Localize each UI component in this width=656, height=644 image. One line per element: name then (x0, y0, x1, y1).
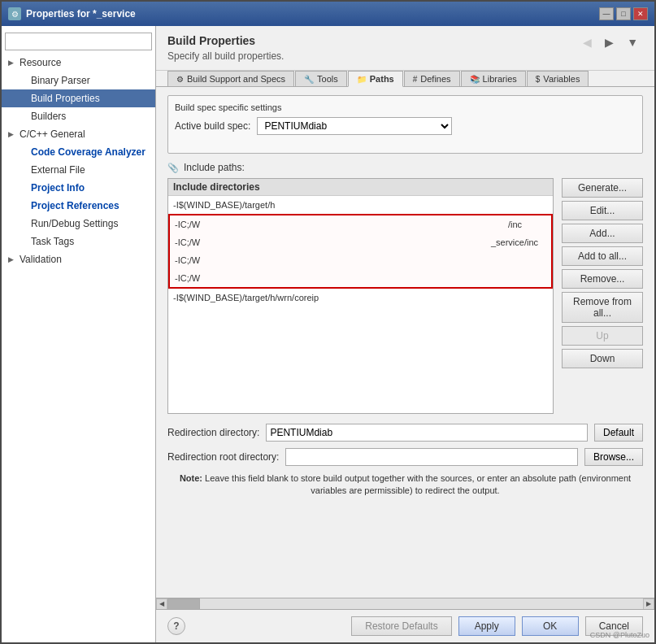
sidebar-item-external-file[interactable]: External File (2, 161, 155, 179)
tab-tools[interactable]: 🔧 Tools (295, 71, 347, 86)
sidebar-item-task-tags[interactable]: Task Tags (2, 233, 155, 250)
sidebar-item-label: Code Coverage Analyzer (31, 145, 146, 159)
title-bar: ⚙ Properties for *_service — □ ✕ (2, 2, 654, 26)
tools-icon: 🔧 (304, 75, 314, 84)
scroll-right-arrow[interactable]: ▶ (643, 598, 654, 610)
sidebar-item-label: Build Properties (31, 91, 100, 106)
include-paths-section: 📎 Include paths: Include directories -I$… (167, 162, 643, 414)
defines-icon: # (413, 75, 418, 84)
sidebar-item-project-references[interactable]: Project References (2, 197, 155, 215)
directories-list[interactable]: Include directories -I$(WIND_BASE)/targe… (167, 178, 554, 414)
tab-label: Tools (317, 74, 338, 84)
horizontal-scrollbar[interactable]: ◀ ▶ (156, 598, 654, 609)
watermark: CSDN @PlutoZuo (590, 631, 649, 639)
redirection-section: Redirection directory: Default Redirecti… (167, 424, 643, 498)
side-buttons-panel: Generate... Edit... Add... Add to all...… (562, 178, 643, 414)
redir-dir-label: Redirection directory: (167, 427, 259, 438)
nav-dropdown-button[interactable]: ▼ (622, 34, 643, 50)
bottom-left: ? (167, 617, 345, 635)
build-spec-label: Active build spec: (175, 120, 250, 132)
redir-dir-input[interactable] (266, 424, 588, 442)
redirection-root-row: Redirection root directory: Browse... (167, 448, 643, 466)
sidebar-item-label: Run/Debug Settings (31, 216, 118, 231)
generate-button[interactable]: Generate... (562, 178, 643, 198)
tab-build-support[interactable]: ⚙ Build Support and Specs (167, 71, 294, 86)
sidebar: ▶ Resource Binary Parser Build Propertie… (2, 26, 156, 642)
build-support-icon: ⚙ (176, 75, 184, 84)
build-spec-section: Build spec specific settings Active buil… (167, 95, 643, 154)
tab-paths[interactable]: 📁 Paths (348, 71, 403, 87)
sidebar-item-run-debug[interactable]: Run/Debug Settings (2, 215, 155, 233)
panel-content: Build spec specific settings Active buil… (156, 87, 654, 598)
tabs-bar: ⚙ Build Support and Specs 🔧 Tools 📁 Path… (156, 71, 654, 87)
maximize-button[interactable]: □ (616, 7, 631, 20)
sidebar-search-input[interactable] (5, 33, 152, 50)
sidebar-item-label: Task Tags (31, 234, 74, 249)
remove-from-all-button[interactable]: Remove from all... (562, 292, 643, 323)
tab-label: Build Support and Specs (187, 74, 285, 84)
scroll-left-arrow[interactable]: ◀ (156, 598, 167, 610)
window-icon: ⚙ (8, 7, 21, 20)
redirection-dir-row: Redirection directory: Default (167, 424, 643, 442)
include-paths-label: 📎 Include paths: (167, 162, 643, 173)
sidebar-item-label: C/C++ General (20, 127, 85, 141)
close-button[interactable]: ✕ (633, 7, 648, 20)
panel-title: Build Properties (167, 34, 255, 47)
ok-button[interactable]: OK (522, 616, 579, 636)
sidebar-arrow: ▶ (8, 127, 16, 141)
down-button[interactable]: Down (562, 349, 643, 368)
remove-button[interactable]: Remove... (562, 269, 643, 289)
dir-item-2[interactable]: -IC;/W/inc (170, 215, 551, 233)
sidebar-item-label: Project References (31, 198, 119, 213)
build-spec-select[interactable]: PENTIUMdiab (257, 117, 452, 135)
sidebar-item-label: Project Info (31, 181, 85, 195)
paths-icon: 📁 (357, 75, 367, 84)
forward-button[interactable]: ▶ (600, 34, 619, 50)
sidebar-item-label: External File (31, 163, 85, 177)
redir-browse-button[interactable]: Browse... (584, 448, 643, 466)
apply-button[interactable]: Apply (458, 616, 515, 636)
dir-item-5[interactable]: -IC;/W (170, 269, 551, 287)
back-button[interactable]: ◀ (578, 34, 597, 50)
panel-subtitle: Specify all build properties. (167, 50, 643, 62)
minimize-button[interactable]: — (599, 7, 614, 20)
sidebar-item-label: Resource (20, 55, 61, 70)
sidebar-item-project-info[interactable]: Project Info (2, 179, 155, 197)
dir-item-4[interactable]: -IC;/W (170, 251, 551, 269)
sidebar-arrow-resource: ▶ (8, 55, 16, 70)
variables-icon: $ (536, 75, 541, 84)
include-paths-icon: 📎 (167, 163, 179, 173)
sidebar-item-build-properties[interactable]: Build Properties (2, 89, 155, 107)
sidebar-item-cpp-general[interactable]: ▶ C/C++ General (2, 125, 155, 143)
sidebar-item-code-coverage[interactable]: Code Coverage Analyzer (2, 143, 155, 161)
dir-item-1[interactable]: -I$(WIND_BASE)/target/h (168, 196, 553, 214)
tab-defines[interactable]: # Defines (404, 71, 460, 86)
dir-item-3[interactable]: -IC;/W_service/inc (170, 233, 551, 251)
include-paths-text: Include paths: (184, 162, 245, 173)
restore-defaults-button[interactable]: Restore Defaults (351, 616, 451, 636)
dir-item-6[interactable]: -I$(WIND_BASE)/target/h/wrn/coreip (168, 289, 553, 307)
up-button[interactable]: Up (562, 326, 643, 346)
sidebar-item-validation[interactable]: ▶ Validation (2, 250, 155, 268)
sidebar-item-label: Binary Parser (31, 73, 90, 88)
redir-root-input[interactable] (285, 448, 578, 466)
tab-variables[interactable]: $ Variables (527, 71, 589, 86)
bottom-bar: ? Restore Defaults Apply OK Cancel (156, 609, 654, 642)
nav-toolbar: ◀ ▶ ▼ (578, 34, 643, 50)
add-to-all-button[interactable]: Add to all... (562, 246, 643, 266)
sidebar-item-binary-parser[interactable]: Binary Parser (2, 72, 155, 89)
tab-label: Variables (543, 74, 580, 84)
sidebar-item-label: Builders (31, 109, 66, 124)
sidebar-item-resource[interactable]: ▶ Resource (2, 54, 155, 72)
redir-root-label: Redirection root directory: (167, 451, 279, 463)
tab-label: Defines (420, 74, 450, 84)
help-button[interactable]: ? (167, 617, 185, 635)
sidebar-item-builders[interactable]: Builders (2, 107, 155, 125)
panel-header: Build Properties ◀ ▶ ▼ Specify all build… (156, 26, 654, 71)
edit-button[interactable]: Edit... (562, 201, 643, 220)
scroll-track[interactable] (167, 598, 643, 610)
add-button[interactable]: Add... (562, 224, 643, 243)
tab-label: Libraries (483, 74, 517, 84)
tab-libraries[interactable]: 📚 Libraries (461, 71, 526, 86)
redir-default-button[interactable]: Default (594, 424, 643, 442)
